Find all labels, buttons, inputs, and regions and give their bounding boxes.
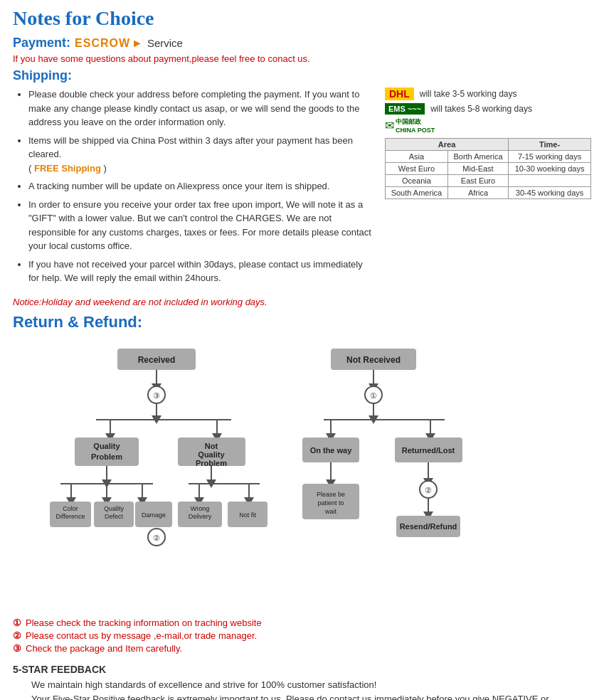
svg-text:③: ③ — [153, 391, 160, 400]
chinapost-icon: ✉ — [385, 119, 394, 132]
svg-text:Difference: Difference — [55, 513, 85, 520]
payment-label: Payment: — [13, 36, 70, 51]
svg-text:Color: Color — [63, 505, 78, 512]
escrow-text: ESCROW — [75, 37, 130, 50]
bullet-4: In order to ensure you receive your orde… — [28, 198, 373, 253]
table-row: Oceania East Euro — [386, 175, 591, 187]
free-shipping-text: FREE Shipping — [34, 163, 101, 174]
step-3-num: ③ — [13, 643, 21, 654]
dhl-logo: DHL — [385, 88, 414, 100]
bullet-2: Items will be shipped via China Post wit… — [28, 134, 373, 176]
ems-logo: EMS ~~~ — [385, 103, 425, 115]
svg-text:Delivery: Delivery — [188, 513, 211, 520]
feedback-body1: We maintain high standards of excellence… — [13, 678, 591, 693]
shipping-left: Please double check your address before … — [13, 88, 373, 291]
step-3: ③ Check the package and Item carefully. — [13, 643, 591, 654]
svg-text:Quality: Quality — [103, 505, 124, 512]
shipping-bullets: Please double check your address before … — [13, 88, 373, 285]
bullet-1: Please double check your address before … — [28, 88, 373, 129]
svg-text:wait: wait — [324, 508, 337, 515]
svg-text:①: ① — [370, 391, 377, 400]
step-2-text: Please contact us by message ,e-mail,or … — [26, 630, 257, 641]
table-row: South America Africa 30-45 working days — [386, 187, 591, 199]
feedback-title: 5-STAR FEEDBACK — [13, 664, 591, 675]
payment-row: Payment: ESCROW ► Service — [13, 36, 591, 51]
svg-text:Problem: Problem — [90, 452, 122, 461]
svg-text:②: ② — [153, 534, 160, 542]
feedback-section: 5-STAR FEEDBACK We maintain high standar… — [13, 664, 591, 701]
svg-text:Not Received: Not Received — [346, 355, 400, 365]
bullet-5: If you have not received your parcel wit… — [28, 258, 373, 285]
svg-text:Received: Received — [137, 355, 175, 365]
chinapost-text: 中国邮政CHINA POST — [396, 117, 435, 134]
carrier-dhl-row: DHL will take 3-5 working days — [385, 88, 591, 100]
table-header-area: Area — [386, 139, 509, 151]
table-header-time: Time- — [509, 139, 591, 151]
bullet-3: A tracking number will be update on Alie… — [28, 179, 373, 193]
svg-text:Returned/Lost: Returned/Lost — [401, 446, 455, 455]
feedback-body2: Your Five-Star Positive feedback is extr… — [13, 692, 591, 700]
svg-text:Quality: Quality — [198, 450, 225, 459]
dhl-days: will take 3-5 working days — [420, 89, 517, 99]
svg-text:Quality: Quality — [93, 442, 120, 450]
step-2: ② Please contact us by message ,e-mail,o… — [13, 630, 591, 641]
main-title: Notes for Choice — [13, 7, 591, 30]
svg-text:Not fit: Not fit — [239, 511, 256, 519]
step-1-text: Please check the tracking information on… — [26, 617, 262, 628]
shipping-table: Area Time- Asia Borth America 7-15 worki… — [385, 138, 591, 199]
shipping-content: Please double check your address before … — [13, 88, 591, 291]
escrow-arrow-icon: ► — [132, 37, 143, 50]
shipping-right: DHL will take 3-5 working days EMS ~~~ w… — [385, 88, 591, 199]
ems-days: will takes 5-8 working days — [430, 104, 532, 114]
flowchart: Received Not Received ③ Quality Problem … — [25, 341, 580, 612]
svg-text:Wrong: Wrong — [190, 505, 208, 512]
shipping-title: Shipping: — [13, 68, 591, 83]
svg-text:②: ② — [425, 486, 432, 494]
chinapost-logo: ✉ 中国邮政CHINA POST — [385, 117, 435, 134]
svg-text:patient to: patient to — [317, 499, 344, 507]
escrow-badge: ESCROW ► — [75, 37, 143, 50]
table-row: West Euro Mid-East 10-30 woeking days — [386, 163, 591, 175]
step-1-num: ① — [13, 617, 21, 628]
svg-text:Please be: Please be — [316, 491, 344, 498]
svg-text:Resend/Refund: Resend/Refund — [399, 522, 457, 531]
svg-text:Damage: Damage — [141, 511, 165, 519]
svg-text:Not: Not — [204, 442, 218, 450]
carrier-ems-row: EMS ~~~ will takes 5-8 working days — [385, 103, 591, 115]
step-2-num: ② — [13, 630, 21, 641]
service-text: Service — [147, 37, 183, 49]
payment-notice: If you have some questions about payment… — [13, 53, 591, 64]
table-row: Asia Borth America 7-15 working days — [386, 151, 591, 163]
holiday-notice: Notice:Holiday and weekend are not inclu… — [13, 297, 591, 307]
steps-list: ① Please check the tracking information … — [13, 617, 591, 654]
return-title: Return & Refund: — [13, 313, 591, 332]
svg-text:Defect: Defect — [104, 513, 123, 520]
step-1: ① Please check the tracking information … — [13, 617, 591, 628]
chinapost-row: ✉ 中国邮政CHINA POST — [385, 117, 591, 134]
step-3-text: Check the package and Item carefully. — [26, 643, 182, 654]
svg-text:On the way: On the way — [309, 446, 352, 455]
